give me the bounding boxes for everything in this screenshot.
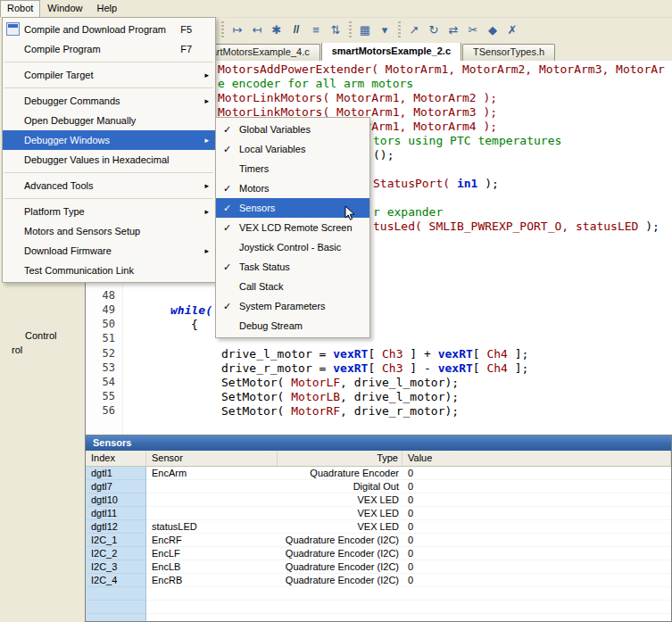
menu-item-window[interactable]: Window — [40, 0, 89, 17]
debugger-windows-submenu: ✓Global Variables✓Local VariablesTimers✓… — [215, 117, 370, 338]
sensors-rows: dgtl1EncArmQuadrature Encoder0dgtl7Digit… — [86, 467, 671, 622]
submenu-item-local-variables[interactable]: ✓Local Variables — [216, 139, 369, 159]
submenu-item-call-stack[interactable]: Call Stack — [216, 277, 369, 296]
code-line: drive_l_motor = vexRT[ Ch3 ] + vexRT[ Ch… — [221, 347, 528, 361]
run-icon[interactable]: ↗ — [404, 21, 424, 40]
sensor-row[interactable]: dgtl7Digital Out0 — [86, 480, 671, 493]
cell-type — [278, 614, 402, 622]
menu-item-download-firmware[interactable]: Download Firmware▸ — [3, 241, 215, 261]
header-cell-type[interactable]: Type — [278, 451, 402, 466]
cell-type: VEX LED — [278, 493, 402, 507]
line-number: 55 — [88, 390, 115, 402]
check-icon: ✓ — [223, 124, 231, 136]
step-icon[interactable]: ◆ — [483, 21, 502, 40]
cell-value: 0 — [402, 547, 671, 560]
menu-item-platform-type[interactable]: Platform Type▸ — [3, 202, 215, 221]
cell-type: VEX LED — [278, 520, 402, 534]
submenu-item-motors[interactable]: ✓Motors — [216, 178, 369, 198]
code-line: while( — [170, 303, 212, 317]
cell-sensor: EncRF — [146, 534, 278, 547]
cell-value — [402, 587, 671, 601]
comment-icon[interactable]: // — [286, 21, 306, 40]
empty-row[interactable] — [86, 614, 671, 622]
cell-value — [402, 614, 671, 622]
cell-index: dgtl11 — [86, 507, 146, 520]
menu-item-debugger-windows[interactable]: Debugger Windows▸ — [3, 130, 215, 150]
background-label: Control — [25, 330, 56, 341]
robot-menu: Compile and Download ProgramF5Compile Pr… — [2, 17, 216, 283]
sensors-panel: Sensors IndexSensorTypeValue dgtl1EncArm… — [85, 435, 672, 622]
cell-index: I2C_3 — [86, 560, 146, 574]
cell-value: 0 — [402, 560, 671, 574]
cell-index: I2C_2 — [86, 547, 146, 560]
tab-smartmotorsexample-2-c[interactable]: smartMotorsExample_2.c — [321, 42, 461, 61]
menu-item-help[interactable]: Help — [89, 0, 124, 17]
submenu-arrow-icon: ▸ — [204, 136, 209, 145]
sensors-title-bar[interactable]: Sensors — [86, 435, 671, 451]
empty-row[interactable] — [86, 601, 671, 614]
align-icon[interactable]: ≡ — [306, 21, 326, 40]
cell-index — [86, 587, 146, 601]
submenu-item-joystick-control-basic[interactable]: Joystick Control - Basic — [216, 237, 369, 257]
header-cell-value[interactable]: Value — [402, 451, 671, 466]
cell-type: Quadrature Encoder (I2C) — [278, 574, 402, 587]
cell-sensor — [146, 480, 278, 493]
cell-value: 0 — [402, 534, 671, 547]
code-line: MotorLinkMotors( MotorArm1, MotorArm2 ); — [218, 91, 497, 104]
menu-item-advanced-tools[interactable]: Advanced Tools▸ — [3, 176, 215, 195]
code-line: e encoder for all arm motors — [218, 77, 413, 90]
submenu-item-debug-stream[interactable]: Debug Stream — [216, 316, 369, 336]
cell-value: 0 — [402, 467, 671, 480]
dropdown-arrow-icon[interactable]: ▾ — [375, 21, 394, 40]
stop-icon[interactable]: ✗ — [502, 21, 522, 40]
menu-item-motors-and-sensors-setup[interactable]: Motors and Sensors Setup — [3, 221, 215, 241]
menu-item-debugger-values-in-hexadecimal[interactable]: Debugger Values in Hexadecimal — [3, 150, 215, 170]
submenu-arrow-icon: ▸ — [204, 246, 209, 255]
indent-icon[interactable]: ↦ — [228, 21, 247, 40]
swap-icon[interactable]: ⇄ — [444, 21, 463, 40]
sensor-row[interactable]: dgtl10VEX LED0 — [86, 493, 671, 507]
refresh-icon[interactable]: ↻ — [424, 21, 444, 40]
cell-sensor — [146, 614, 278, 622]
submenu-item-system-parameters[interactable]: ✓System Parameters — [216, 296, 369, 316]
outdent-icon[interactable]: ↤ — [247, 21, 267, 40]
menu-bar: RobotWindowHelp — [0, 0, 672, 18]
menu-item-compile-program[interactable]: Compile ProgramF7 — [3, 39, 215, 59]
cell-type — [278, 587, 402, 601]
sensor-row[interactable]: I2C_2EncLFQuadrature Encoder (I2C)0 — [86, 547, 671, 560]
toolbar-grip[interactable] — [398, 21, 401, 39]
menu-separator — [4, 87, 213, 88]
format-code-icon[interactable]: ✱ — [267, 21, 286, 40]
sensor-row[interactable]: dgtl12statusLEDVEX LED0 — [86, 520, 671, 534]
check-icon: ✓ — [223, 301, 231, 312]
line-number: 49 — [88, 303, 115, 316]
cut-icon[interactable]: ✂ — [463, 21, 483, 40]
sensors-header-row: IndexSensorTypeValue — [86, 451, 671, 467]
sort-icon[interactable]: ⇅ — [326, 21, 345, 40]
cell-type: Digital Out — [278, 480, 402, 493]
sensor-row[interactable]: I2C_3EncLBQuadrature Encoder (I2C)0 — [86, 560, 671, 574]
submenu-item-task-status[interactable]: ✓Task Status — [216, 257, 369, 277]
header-cell-index[interactable]: Index — [86, 451, 146, 466]
sensor-row[interactable]: dgtl1EncArmQuadrature Encoder0 — [86, 467, 671, 480]
submenu-item-global-variables[interactable]: ✓Global Variables — [216, 120, 369, 139]
submenu-arrow-icon: ▸ — [204, 207, 209, 216]
sensor-row[interactable]: I2C_4EncRBQuadrature Encoder (I2C)0 — [86, 574, 671, 587]
menu-item-compiler-target[interactable]: Compiler Target▸ — [3, 65, 215, 85]
header-cell-sensor[interactable]: Sensor — [146, 451, 278, 466]
menu-item-open-debugger-manually[interactable]: Open Debugger Manually — [3, 111, 215, 130]
menu-item-compile-and-download-program[interactable]: Compile and Download ProgramF5 — [3, 20, 215, 39]
empty-row[interactable] — [86, 587, 671, 601]
tab-tsensortypes-h[interactable]: TSensorTypes.h — [462, 44, 555, 61]
toolbar-grip[interactable] — [349, 21, 352, 39]
check-icon: ✓ — [223, 144, 231, 155]
toolbar-grip[interactable] — [221, 21, 224, 39]
cell-value — [402, 601, 671, 614]
menu-item-debugger-commands[interactable]: Debugger Commands▸ — [3, 91, 215, 111]
submenu-item-timers[interactable]: Timers — [216, 159, 369, 178]
sensor-row[interactable]: dgtl11VEX LED0 — [86, 507, 671, 520]
window-select-icon[interactable]: ▦ — [355, 21, 375, 40]
sensor-row[interactable]: I2C_1EncRFQuadrature Encoder (I2C)0 — [86, 534, 671, 547]
menu-item-test-communication-link[interactable]: Test Communication Link — [3, 261, 215, 280]
menu-item-robot[interactable]: Robot — [0, 0, 40, 17]
